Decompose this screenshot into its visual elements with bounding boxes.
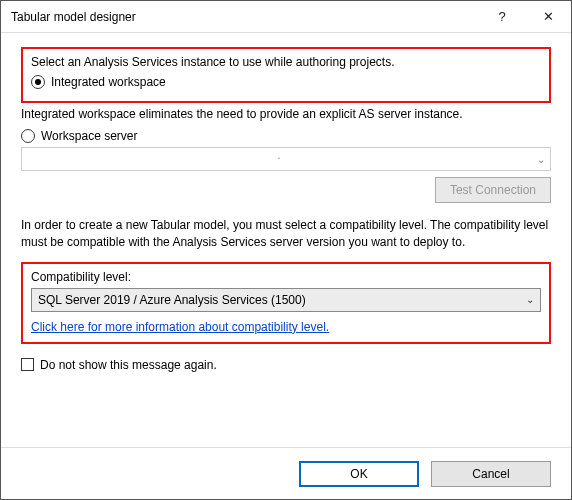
integrated-note: Integrated workspace eliminates the need… bbox=[21, 107, 551, 121]
help-button[interactable]: ? bbox=[479, 1, 525, 32]
compat-info-link[interactable]: Click here for more information about co… bbox=[31, 320, 329, 334]
radio-label: Integrated workspace bbox=[51, 75, 166, 89]
checkbox-icon bbox=[21, 358, 34, 371]
radio-workspace-server[interactable]: Workspace server bbox=[21, 129, 551, 143]
test-connection-row: Test Connection bbox=[21, 177, 551, 203]
window-title: Tabular model designer bbox=[11, 10, 136, 24]
ok-button[interactable]: OK bbox=[299, 461, 419, 487]
compat-level-selected: SQL Server 2019 / Azure Analysis Service… bbox=[38, 293, 306, 307]
server-input-wrap: . ⌄ bbox=[21, 147, 551, 171]
chevron-down-icon: ⌄ bbox=[537, 154, 545, 165]
window-controls: ? ✕ bbox=[479, 1, 571, 32]
radio-icon bbox=[31, 75, 45, 89]
instruction-text: Select an Analysis Services instance to … bbox=[31, 55, 541, 69]
radio-integrated-workspace[interactable]: Integrated workspace bbox=[31, 75, 541, 89]
chevron-down-icon: ⌄ bbox=[526, 294, 534, 305]
compat-highlight: Compatibility level: SQL Server 2019 / A… bbox=[21, 262, 551, 344]
titlebar: Tabular model designer ? ✕ bbox=[1, 1, 571, 33]
compat-level-dropdown[interactable]: SQL Server 2019 / Azure Analysis Service… bbox=[31, 288, 541, 312]
radio-label: Workspace server bbox=[41, 129, 137, 143]
dialog-content: Select an Analysis Services instance to … bbox=[1, 33, 571, 447]
compat-label: Compatibility level: bbox=[31, 270, 541, 284]
dont-show-again-checkbox[interactable]: Do not show this message again. bbox=[21, 358, 551, 372]
close-button[interactable]: ✕ bbox=[525, 1, 571, 32]
server-name-input[interactable]: . bbox=[21, 147, 551, 171]
compat-paragraph: In order to create a new Tabular model, … bbox=[21, 217, 551, 252]
test-connection-button[interactable]: Test Connection bbox=[435, 177, 551, 203]
workspace-selection-highlight: Select an Analysis Services instance to … bbox=[21, 47, 551, 103]
dialog-footer: OK Cancel bbox=[1, 447, 571, 499]
server-name-value: . bbox=[277, 148, 280, 162]
cancel-button[interactable]: Cancel bbox=[431, 461, 551, 487]
radio-icon bbox=[21, 129, 35, 143]
checkbox-label: Do not show this message again. bbox=[40, 358, 217, 372]
